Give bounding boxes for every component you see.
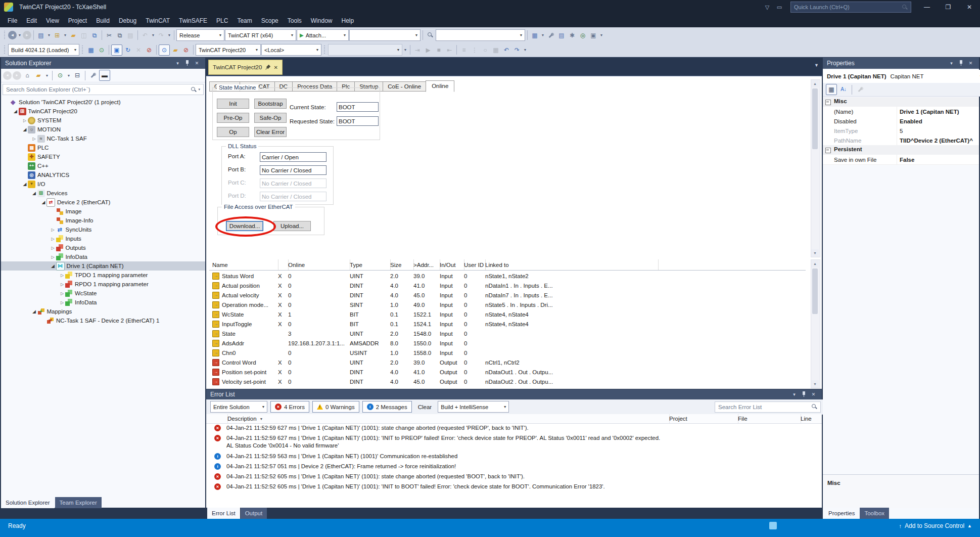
panel-tab-toolbox[interactable]: Toolbox	[860, 508, 889, 519]
document-list-chevron-icon[interactable]: ▼	[814, 63, 819, 68]
menu-item-twincat[interactable]: TwinCAT	[141, 15, 174, 26]
nav-forward-icon[interactable]: ►	[23, 31, 31, 39]
collapse-box-icon[interactable]	[825, 100, 831, 105]
tree-item-devices[interactable]: ◢⊞Devices	[1, 189, 205, 198]
tree-item-analytics[interactable]: ◎ANALYTICS	[1, 170, 205, 180]
close-panel-icon[interactable]: ✕	[966, 61, 975, 66]
menu-item-help[interactable]: Help	[337, 15, 358, 26]
feedback-icon[interactable]: ▭	[773, 4, 785, 11]
tree-item-device-2-ethercat[interactable]: ◢⇄Device 2 (EtherCAT)	[1, 198, 205, 207]
tab-pin-icon[interactable]	[264, 63, 272, 71]
save-icon[interactable]: ◫	[79, 30, 89, 40]
tree-expander-icon[interactable]: ▷	[50, 237, 56, 241]
team-icon[interactable]: ◎	[578, 30, 588, 40]
port-status-field[interactable]: No Carrier / Closed	[260, 165, 326, 175]
port-status-field[interactable]: No Carrier / Closed	[260, 178, 326, 188]
stop-icon[interactable]: ■	[434, 45, 444, 55]
se-collapse-all-icon[interactable]: ⊟	[72, 70, 82, 80]
error-row[interactable]: i04-Jan-21 11:52:57 051 ms | Device 2 (E…	[206, 462, 822, 472]
error-row[interactable]: i04-Jan-21 11:52:59 563 ms | 'Drive 1 (C…	[206, 452, 822, 462]
table-row[interactable]: →Chn00USINT1.01558.0Input0	[206, 348, 811, 357]
run-icon[interactable]: ▶	[423, 45, 433, 55]
undo-small-icon[interactable]: ↶	[501, 45, 511, 55]
open-project-folder-icon[interactable]: ▰	[170, 45, 180, 55]
panel-tab-output[interactable]: Output	[241, 508, 267, 519]
error-column-line[interactable]: Line	[799, 414, 823, 423]
grid-column-addr[interactable]: >Addr...	[410, 259, 440, 270]
panel-tab-team-explorer[interactable]: Team Explorer	[55, 497, 102, 508]
dropdown-chevron-icon[interactable]: ▼	[66, 70, 71, 80]
tree-item-rpdo-1-mapping-parameter[interactable]: ▷RPDO 1 mapping parameter	[1, 280, 205, 289]
clear-button[interactable]: Clear	[415, 404, 435, 410]
new-project-icon[interactable]: ⊞	[52, 30, 62, 40]
property-row[interactable]: (Name)Drive 1 (Capitan NET)	[823, 107, 979, 117]
dropdown-chevron-icon[interactable]: ▼	[151, 30, 156, 40]
properties-object-combo[interactable]: Drive 1 (Capitan NET) Capitan NET ▼	[823, 70, 980, 83]
safe-op-button[interactable]: Safe-Op	[254, 113, 287, 123]
grid-column-linkedto[interactable]: Linked to	[482, 259, 659, 270]
se-pending-changes-icon[interactable]: ⊙	[55, 70, 65, 80]
menu-item-debug[interactable]: Debug	[114, 15, 141, 26]
tree-expander-icon[interactable]: ◢	[22, 182, 28, 187]
tree-item-drive-1-capitan-net[interactable]: ◢⋈Drive 1 (Capitan NET)	[1, 261, 205, 271]
tree-item-motion[interactable]: ◢☼MOTION	[1, 125, 205, 134]
se-properties-wrench-icon[interactable]	[88, 70, 98, 80]
property-pages-wrench-icon[interactable]	[855, 84, 865, 95]
pin-icon[interactable]	[183, 60, 192, 67]
notifications-funnel-icon[interactable]: ▽	[761, 4, 773, 11]
menu-item-file[interactable]: File	[3, 15, 22, 26]
dropdown-chevron-icon[interactable]: ▼	[540, 30, 545, 40]
step-out-icon[interactable]: ⇤	[444, 45, 454, 55]
dropdown-chevron-icon[interactable]: ▼	[46, 30, 52, 40]
init-button[interactable]: Init	[217, 99, 249, 109]
se-back-icon[interactable]: ◂	[3, 71, 12, 80]
dropdown-chevron-icon[interactable]: ▼	[17, 30, 22, 40]
attach-runtime-icon[interactable]: ▦	[86, 45, 96, 55]
tree-expander-icon[interactable]: ▷	[59, 300, 65, 305]
menu-item-window[interactable]: Window	[306, 15, 337, 26]
se-preview-toggle-icon[interactable]: ▬	[99, 70, 110, 81]
tree-expander-icon[interactable]: ▷	[59, 291, 65, 296]
close-button[interactable]: ✕	[959, 0, 980, 14]
menu-item-scope[interactable]: Scope	[257, 15, 283, 26]
messages-filter-button[interactable]: i 2 Messages	[362, 401, 412, 413]
tree-item-infodata[interactable]: ▷InfoData	[1, 298, 205, 307]
dropdown-chevron-icon[interactable]: ▼	[599, 30, 604, 40]
pre-op-button[interactable]: Pre-Op	[217, 113, 249, 123]
project-combo[interactable]: TwinCAT Project20▼	[196, 44, 261, 56]
save-all-icon[interactable]: ⧉	[89, 30, 100, 40]
tree-expander-icon[interactable]: ▷	[50, 255, 56, 259]
build-version-combo[interactable]: Build 4024.12 (Loaded)▼	[8, 44, 79, 56]
pin-icon[interactable]	[800, 391, 808, 398]
undo-icon[interactable]: ↶	[140, 30, 150, 40]
empty-combo-2[interactable]: ▼	[436, 29, 525, 41]
property-row[interactable]: Save in own FileFalse	[823, 155, 979, 165]
port-status-field[interactable]: No Carrier / Closed	[260, 192, 326, 201]
new-file-icon[interactable]: ▤	[36, 30, 46, 40]
redo-small-icon[interactable]: ↷	[512, 45, 522, 55]
se-home-icon[interactable]: ⌂	[22, 70, 32, 80]
solution-config-combo[interactable]: Release▼	[176, 29, 224, 41]
property-value[interactable]: Enabled	[897, 116, 978, 126]
step-into-icon[interactable]: ⇥	[412, 45, 423, 55]
tree-item-wcstate[interactable]: ▷WcState	[1, 289, 205, 298]
close-panel-icon[interactable]: ✕	[193, 61, 201, 66]
menu-item-twinsafe[interactable]: TwinSAFE	[174, 15, 212, 26]
property-category[interactable]: Misc	[823, 97, 979, 107]
error-column-icon[interactable]	[206, 414, 228, 423]
more-dots-icon[interactable]: ⋮	[470, 45, 480, 55]
show-online-data-icon[interactable]: ⊙	[159, 44, 170, 56]
extensions-icon[interactable]: ▣	[588, 30, 598, 40]
tree-expander-icon[interactable]: ◢	[31, 309, 37, 314]
quick-launch-input[interactable]: Quick Launch (Ctrl+Q)	[790, 2, 911, 13]
reload-devices-icon[interactable]: ↻	[123, 45, 133, 55]
nav-backward-icon[interactable]: ◄	[8, 31, 17, 39]
tree-item-solution-twincat-project20-1-project[interactable]: ◆Solution 'TwinCAT Project20' (1 project…	[1, 98, 205, 107]
menu-item-project[interactable]: Project	[64, 15, 91, 26]
gear-icon[interactable]: ✱	[567, 30, 577, 40]
tree-expander-icon[interactable]: ◢	[22, 127, 28, 132]
property-value[interactable]: TIID^Device 2 (EtherCAT)^	[897, 136, 978, 145]
property-row[interactable]: DisabledEnabled	[823, 116, 979, 126]
tree-expander-icon[interactable]: ▷	[59, 273, 65, 278]
error-row[interactable]: ✕04-Jan-21 11:52:52 605 ms | 'Drive 1 (C…	[206, 472, 822, 482]
